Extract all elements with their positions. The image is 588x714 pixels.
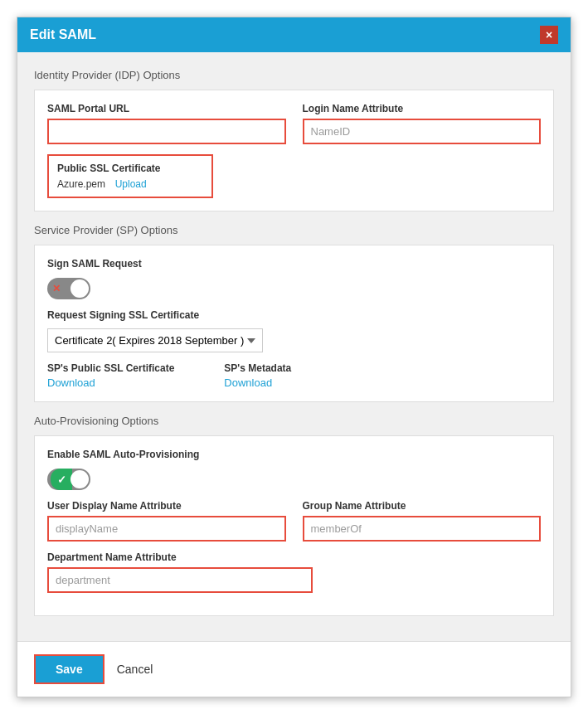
- user-display-label: User Display Name Attribute: [47, 500, 286, 512]
- user-group-row: User Display Name Attribute Group Name A…: [47, 500, 541, 542]
- upload-link[interactable]: Upload: [115, 178, 147, 190]
- sp-metadata-download-link[interactable]: Download: [224, 376, 291, 389]
- toggle-knob: [70, 279, 89, 298]
- close-button[interactable]: ×: [540, 26, 558, 44]
- modal-header: Edit SAML ×: [17, 17, 571, 52]
- sp-section-box: Sign SAML Request ✕ Request Signing SSL …: [34, 245, 554, 402]
- cancel-button[interactable]: Cancel: [117, 663, 153, 676]
- request-signing-label: Request Signing SSL Certificate: [47, 309, 541, 321]
- toggle-x-icon: ✕: [52, 283, 61, 294]
- group-name-group: Group Name Attribute: [303, 500, 542, 542]
- dept-name-input[interactable]: [47, 567, 313, 593]
- ssl-cert-filename: Azure.pem: [57, 178, 105, 190]
- certificate-select-wrapper: Certificate 2( Expires 2018 September ): [47, 328, 541, 352]
- modal-body: Identity Provider (IDP) Options SAML Por…: [17, 52, 571, 641]
- certificate-select[interactable]: Certificate 2( Expires 2018 September ): [47, 328, 263, 352]
- saml-url-group: SAML Portal URL: [47, 103, 286, 144]
- sp-ssl-download-link[interactable]: Download: [47, 376, 174, 389]
- edit-saml-modal: Edit SAML × Identity Provider (IDP) Opti…: [17, 17, 571, 697]
- group-name-label: Group Name Attribute: [303, 500, 542, 512]
- sp-section-title: Service Provider (SP) Options: [34, 224, 554, 236]
- sp-ssl-col: SP's Public SSL Certificate Download: [47, 362, 174, 389]
- ssl-cert-group: Public SSL Certificate Azure.pem Upload: [47, 154, 541, 198]
- auto-section-title: Auto-Provisioning Options: [34, 415, 554, 427]
- dept-row: Department Name Attribute: [47, 551, 541, 593]
- enable-auto-toggle-container: ✓: [47, 469, 541, 490]
- auto-section-box: Enable SAML Auto-Provisioning ✓ User Dis…: [34, 435, 554, 616]
- toggle-check-icon: ✓: [51, 469, 72, 490]
- user-display-input[interactable]: [47, 516, 286, 542]
- dept-name-group: Department Name Attribute: [47, 551, 313, 593]
- login-name-input[interactable]: [303, 119, 542, 144]
- login-name-label: Login Name Attribute: [303, 103, 542, 114]
- sp-metadata-col: SP's Metadata Download: [224, 362, 291, 389]
- group-name-input[interactable]: [303, 516, 542, 542]
- save-button[interactable]: Save: [34, 654, 104, 684]
- request-signing-group: Request Signing SSL Certificate Certific…: [47, 309, 541, 352]
- sign-request-group: Sign SAML Request ✕: [47, 258, 541, 299]
- download-row: SP's Public SSL Certificate Download SP'…: [47, 362, 541, 389]
- ssl-cert-box: Public SSL Certificate Azure.pem Upload: [47, 154, 213, 198]
- sign-saml-toggle[interactable]: ✕: [47, 278, 90, 299]
- enable-auto-toggle[interactable]: ✓: [47, 469, 90, 490]
- toggle-knob-on: [70, 470, 89, 488]
- modal-title: Edit SAML: [30, 27, 96, 42]
- enable-auto-group: Enable SAML Auto-Provisioning ✓: [47, 449, 541, 490]
- enable-auto-label: Enable SAML Auto-Provisioning: [47, 449, 541, 460]
- modal-footer: Save Cancel: [17, 641, 571, 697]
- dept-name-label: Department Name Attribute: [47, 551, 313, 563]
- sign-request-label: Sign SAML Request: [47, 258, 541, 270]
- idp-section-title: Identity Provider (IDP) Options: [34, 69, 554, 81]
- login-name-group: Login Name Attribute: [303, 103, 542, 144]
- idp-top-row: SAML Portal URL Login Name Attribute: [47, 103, 541, 144]
- saml-url-label: SAML Portal URL: [47, 103, 286, 114]
- sp-ssl-label: SP's Public SSL Certificate: [47, 362, 174, 374]
- sign-toggle-container: ✕: [47, 278, 541, 299]
- saml-url-input[interactable]: [47, 119, 286, 144]
- ssl-cert-label: Public SSL Certificate: [57, 163, 203, 174]
- sp-metadata-label: SP's Metadata: [224, 362, 291, 374]
- idp-section-box: SAML Portal URL Login Name Attribute Pub…: [34, 90, 554, 211]
- user-display-group: User Display Name Attribute: [47, 500, 286, 542]
